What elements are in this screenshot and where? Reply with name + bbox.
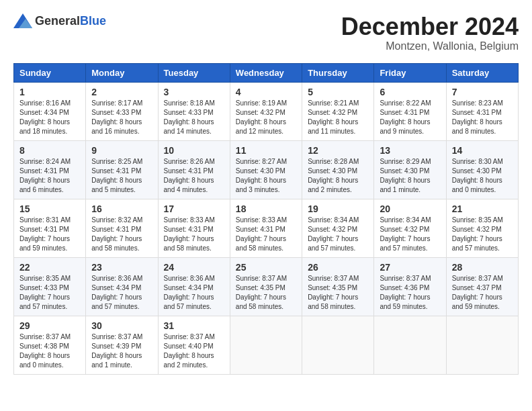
- day-number: 2: [91, 87, 152, 97]
- day-number: 30: [91, 320, 152, 331]
- day-info: Sunrise: 8:30 AMSunset: 4:30 PMDaylight:…: [452, 158, 503, 193]
- day-number: 7: [452, 87, 513, 97]
- calendar-day-cell: 22 Sunrise: 8:35 AMSunset: 4:33 PMDaylig…: [14, 257, 86, 316]
- day-info: Sunrise: 8:36 AMSunset: 4:34 PMDaylight:…: [91, 275, 142, 310]
- calendar-table: Sunday Monday Tuesday Wednesday Thursday…: [13, 63, 519, 375]
- day-info: Sunrise: 8:19 AMSunset: 4:32 PMDaylight:…: [236, 99, 287, 135]
- day-number: 16: [91, 203, 152, 214]
- calendar-day-cell: 7 Sunrise: 8:23 AMSunset: 4:31 PMDayligh…: [446, 82, 518, 140]
- header-sunday: Sunday: [14, 63, 86, 82]
- day-number: 19: [308, 203, 368, 214]
- day-info: Sunrise: 8:37 AMSunset: 4:36 PMDaylight:…: [380, 275, 431, 310]
- day-info: Sunrise: 8:31 AMSunset: 4:31 PMDaylight:…: [19, 216, 71, 252]
- day-number: 12: [308, 145, 368, 156]
- calendar-day-cell: 30 Sunrise: 8:37 AMSunset: 4:39 PMDaylig…: [86, 316, 158, 374]
- location-subtitle: Montzen, Wallonia, Belgium: [341, 40, 519, 52]
- day-number: 25: [236, 262, 296, 273]
- day-number: 3: [164, 87, 224, 97]
- calendar-day-cell: [446, 316, 518, 374]
- day-number: 6: [380, 87, 440, 97]
- day-number: 23: [91, 262, 152, 273]
- day-number: 10: [164, 145, 224, 156]
- day-info: Sunrise: 8:22 AMSunset: 4:31 PMDaylight:…: [380, 99, 431, 135]
- calendar-week-row: 1 Sunrise: 8:16 AMSunset: 4:34 PMDayligh…: [14, 82, 519, 140]
- day-info: Sunrise: 8:27 AMSunset: 4:30 PMDaylight:…: [236, 158, 287, 193]
- day-info: Sunrise: 8:33 AMSunset: 4:31 PMDaylight:…: [236, 216, 287, 252]
- calendar-day-cell: 12 Sunrise: 8:28 AMSunset: 4:30 PMDaylig…: [302, 140, 374, 199]
- day-info: Sunrise: 8:32 AMSunset: 4:31 PMDaylight:…: [91, 216, 142, 252]
- day-info: Sunrise: 8:34 AMSunset: 4:32 PMDaylight:…: [308, 216, 359, 252]
- logo-icon: [13, 13, 32, 28]
- header-thursday: Thursday: [302, 63, 374, 82]
- day-info: Sunrise: 8:37 AMSunset: 4:38 PMDaylight:…: [19, 333, 71, 369]
- day-info: Sunrise: 8:17 AMSunset: 4:33 PMDaylight:…: [91, 99, 142, 135]
- calendar-day-cell: [230, 316, 302, 374]
- calendar-day-cell: 5 Sunrise: 8:21 AMSunset: 4:32 PMDayligh…: [302, 82, 374, 140]
- calendar-day-cell: 18 Sunrise: 8:33 AMSunset: 4:31 PMDaylig…: [230, 199, 302, 257]
- calendar-day-cell: 17 Sunrise: 8:33 AMSunset: 4:31 PMDaylig…: [158, 199, 230, 257]
- header-tuesday: Tuesday: [158, 63, 230, 82]
- day-info: Sunrise: 8:35 AMSunset: 4:32 PMDaylight:…: [452, 216, 503, 252]
- day-number: 20: [380, 203, 440, 214]
- calendar-week-row: 22 Sunrise: 8:35 AMSunset: 4:33 PMDaylig…: [14, 257, 519, 316]
- day-number: 26: [308, 262, 368, 273]
- calendar-day-cell: 14 Sunrise: 8:30 AMSunset: 4:30 PMDaylig…: [446, 140, 518, 199]
- day-number: 21: [452, 203, 513, 214]
- day-info: Sunrise: 8:37 AMSunset: 4:37 PMDaylight:…: [452, 275, 503, 310]
- day-number: 29: [19, 320, 80, 331]
- day-info: Sunrise: 8:37 AMSunset: 4:35 PMDaylight:…: [236, 275, 287, 310]
- day-info: Sunrise: 8:33 AMSunset: 4:31 PMDaylight:…: [164, 216, 215, 252]
- day-info: Sunrise: 8:28 AMSunset: 4:30 PMDaylight:…: [308, 158, 359, 193]
- calendar-day-cell: 19 Sunrise: 8:34 AMSunset: 4:32 PMDaylig…: [302, 199, 374, 257]
- calendar-day-cell: 8 Sunrise: 8:24 AMSunset: 4:31 PMDayligh…: [14, 140, 86, 199]
- day-number: 14: [452, 145, 513, 156]
- page-header: GeneralBlue December 2024 Montzen, Wallo…: [13, 13, 519, 52]
- day-info: Sunrise: 8:23 AMSunset: 4:31 PMDaylight:…: [452, 99, 503, 135]
- day-number: 24: [164, 262, 224, 273]
- day-number: 31: [164, 320, 224, 331]
- logo-text: GeneralBlue: [35, 14, 106, 28]
- calendar-day-cell: 27 Sunrise: 8:37 AMSunset: 4:36 PMDaylig…: [374, 257, 446, 316]
- calendar-week-row: 29 Sunrise: 8:37 AMSunset: 4:38 PMDaylig…: [14, 316, 519, 374]
- calendar-day-cell: 9 Sunrise: 8:25 AMSunset: 4:31 PMDayligh…: [86, 140, 158, 199]
- day-info: Sunrise: 8:37 AMSunset: 4:35 PMDaylight:…: [308, 275, 359, 310]
- day-info: Sunrise: 8:35 AMSunset: 4:33 PMDaylight:…: [19, 275, 71, 310]
- day-number: 28: [452, 262, 513, 273]
- day-number: 9: [91, 145, 152, 156]
- day-number: 17: [164, 203, 224, 214]
- day-number: 22: [19, 262, 80, 273]
- calendar-day-cell: 31 Sunrise: 8:37 AMSunset: 4:40 PMDaylig…: [158, 316, 230, 374]
- calendar-day-cell: 10 Sunrise: 8:26 AMSunset: 4:31 PMDaylig…: [158, 140, 230, 199]
- calendar-day-cell: 29 Sunrise: 8:37 AMSunset: 4:38 PMDaylig…: [14, 316, 86, 374]
- calendar-day-cell: 3 Sunrise: 8:18 AMSunset: 4:33 PMDayligh…: [158, 82, 230, 140]
- day-number: 13: [380, 145, 440, 156]
- day-info: Sunrise: 8:24 AMSunset: 4:31 PMDaylight:…: [19, 158, 71, 193]
- day-info: Sunrise: 8:18 AMSunset: 4:33 PMDaylight:…: [164, 99, 215, 135]
- day-info: Sunrise: 8:16 AMSunset: 4:34 PMDaylight:…: [19, 99, 71, 135]
- calendar-week-row: 8 Sunrise: 8:24 AMSunset: 4:31 PMDayligh…: [14, 140, 519, 199]
- day-info: Sunrise: 8:25 AMSunset: 4:31 PMDaylight:…: [91, 158, 142, 193]
- day-info: Sunrise: 8:37 AMSunset: 4:40 PMDaylight:…: [164, 333, 215, 369]
- day-number: 1: [19, 87, 80, 97]
- calendar-day-cell: 16 Sunrise: 8:32 AMSunset: 4:31 PMDaylig…: [86, 199, 158, 257]
- header-friday: Friday: [374, 63, 446, 82]
- calendar-day-cell: 13 Sunrise: 8:29 AMSunset: 4:30 PMDaylig…: [374, 140, 446, 199]
- calendar-day-cell: [302, 316, 374, 374]
- header-saturday: Saturday: [446, 63, 518, 82]
- logo: GeneralBlue: [13, 13, 106, 28]
- day-number: 4: [236, 87, 296, 97]
- day-info: Sunrise: 8:21 AMSunset: 4:32 PMDaylight:…: [308, 99, 359, 135]
- calendar-day-cell: 11 Sunrise: 8:27 AMSunset: 4:30 PMDaylig…: [230, 140, 302, 199]
- calendar-day-cell: 1 Sunrise: 8:16 AMSunset: 4:34 PMDayligh…: [14, 82, 86, 140]
- calendar-day-cell: 6 Sunrise: 8:22 AMSunset: 4:31 PMDayligh…: [374, 82, 446, 140]
- calendar-day-cell: 25 Sunrise: 8:37 AMSunset: 4:35 PMDaylig…: [230, 257, 302, 316]
- day-number: 5: [308, 87, 368, 97]
- day-info: Sunrise: 8:26 AMSunset: 4:31 PMDaylight:…: [164, 158, 215, 193]
- day-info: Sunrise: 8:36 AMSunset: 4:34 PMDaylight:…: [164, 275, 215, 310]
- calendar-day-cell: 15 Sunrise: 8:31 AMSunset: 4:31 PMDaylig…: [14, 199, 86, 257]
- day-number: 18: [236, 203, 296, 214]
- calendar-week-row: 15 Sunrise: 8:31 AMSunset: 4:31 PMDaylig…: [14, 199, 519, 257]
- day-number: 27: [380, 262, 440, 273]
- calendar-day-cell: [374, 316, 446, 374]
- header-wednesday: Wednesday: [230, 63, 302, 82]
